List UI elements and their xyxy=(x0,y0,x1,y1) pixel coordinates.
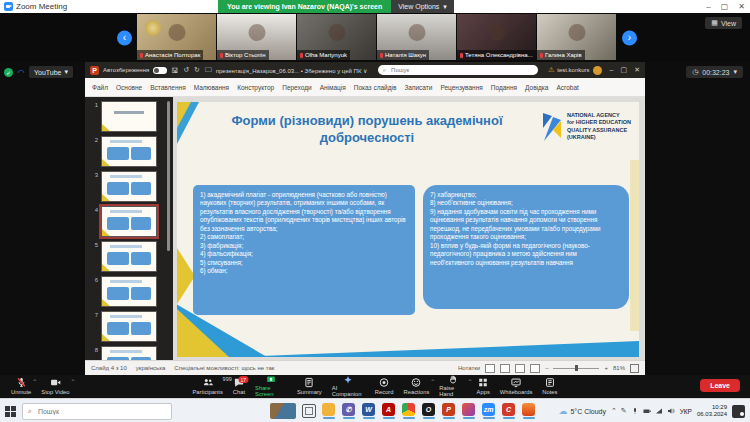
taskbar-app-icon[interactable] xyxy=(322,403,335,419)
notification-center-icon[interactable] xyxy=(732,405,745,418)
taskbar-app-icon[interactable]: ✆ xyxy=(342,403,355,419)
participant-tile[interactable]: Анастасія Полторак xyxy=(137,14,216,60)
slide-thumbnail[interactable]: 1 xyxy=(90,101,173,132)
taskbar-app-icon[interactable]: C xyxy=(502,403,515,419)
ppt-close-button[interactable]: ✕ xyxy=(634,66,640,74)
whiteboards-button[interactable]: Whiteboards xyxy=(495,375,538,398)
weather-widget[interactable]: ☁5°C Cloudy xyxy=(558,407,605,416)
taskbar-app-icon[interactable]: W xyxy=(362,403,375,419)
notes-button[interactable]: Notes xyxy=(537,375,562,398)
leave-button[interactable]: Leave xyxy=(700,379,740,392)
slide-counter[interactable]: Слайд 4 з 10 xyxy=(91,365,127,371)
language-indicator[interactable]: українська xyxy=(136,365,166,371)
participant-tile[interactable]: Olha Martynyuk xyxy=(297,14,376,60)
record-button[interactable]: Record xyxy=(370,375,399,398)
ribbon-tab[interactable]: Основне xyxy=(116,84,142,91)
participant-tile[interactable]: Віктор Стьопін xyxy=(217,14,296,60)
slide-title[interactable]: Форми (різновиди) порушень академічної д… xyxy=(217,113,517,147)
slide-thumbnail[interactable]: 4 xyxy=(90,206,173,237)
news-widget-thumbnail[interactable] xyxy=(270,403,296,419)
redo-icon[interactable]: ↻ xyxy=(194,66,200,74)
ribbon-tab[interactable]: Записати xyxy=(404,84,432,91)
slide-textbox-left[interactable]: 1) академічний плагіат - оприлюднення (ч… xyxy=(193,185,415,315)
ppt-maximize-button[interactable]: ▢ xyxy=(621,66,628,74)
slide-thumbnail[interactable]: 3 xyxy=(90,171,173,202)
slide-thumbnail[interactable]: 8 xyxy=(90,346,173,360)
participant-tile[interactable]: Наталія Шакун xyxy=(377,14,456,60)
ribbon-tab[interactable]: Анімація xyxy=(320,84,346,91)
ribbon-tab[interactable]: Довідка xyxy=(525,84,548,91)
slide-sorter-icon[interactable] xyxy=(500,364,510,373)
slideshow-icon[interactable] xyxy=(530,364,540,373)
taskbar-app-icon[interactable]: O xyxy=(422,403,435,419)
apps-button[interactable]: Apps xyxy=(472,375,495,398)
meeting-timer[interactable]: ◷ 00:32:23 ▾ xyxy=(686,66,743,78)
slide-thumbnail[interactable]: 5 xyxy=(90,241,173,272)
chevron-up-icon[interactable]: ⌃ xyxy=(71,379,76,385)
ppt-minimize-button[interactable]: – xyxy=(610,66,614,74)
livestream-service-button[interactable]: YouTube▾ xyxy=(29,66,73,78)
accessibility-status[interactable]: Спеціальні можливості: щось не так xyxy=(174,365,274,371)
taskbar-app-icon[interactable] xyxy=(462,403,475,419)
system-tray[interactable]: ⌃ ✎ xyxy=(611,407,675,415)
ribbon-tab[interactable]: Конструктор xyxy=(237,84,274,91)
participants-button[interactable]: Participants 999 xyxy=(188,375,228,398)
fit-to-window-icon[interactable] xyxy=(630,364,639,373)
previous-participants-button[interactable]: ‹ xyxy=(117,30,132,45)
taskbar-app-icon[interactable]: A xyxy=(382,403,395,419)
slide-textbox-right[interactable]: 7) хабарництво; 8) необ'єктивне оцінюван… xyxy=(423,185,629,309)
chat-button[interactable]: Chat 17 xyxy=(228,375,250,398)
summary-button[interactable]: Summary xyxy=(292,375,327,398)
taskbar-app-icon[interactable]: zm xyxy=(482,403,495,419)
unmute-button[interactable]: Unmute⌃ xyxy=(6,375,36,398)
ribbon-tab[interactable]: Переходи xyxy=(282,84,311,91)
thumbnail-scrollbar[interactable] xyxy=(167,101,170,251)
reading-view-icon[interactable] xyxy=(515,364,525,373)
ai-companion-button[interactable]: AI Companion xyxy=(327,375,370,398)
raise-hand-button[interactable]: Raise Hand⌃ xyxy=(434,375,471,398)
undo-icon[interactable]: ↺ xyxy=(183,66,189,74)
reactions-button[interactable]: Reactions⌃ xyxy=(399,375,435,398)
notes-toggle[interactable]: Нотатки xyxy=(458,365,480,371)
start-button[interactable] xyxy=(5,406,16,417)
minimize-button[interactable]: – xyxy=(706,2,710,11)
taskbar-clock[interactable]: 10:29 06.03.2024 xyxy=(697,404,727,419)
document-title[interactable]: презентація_Назаров_06.03... • Збережено… xyxy=(216,67,368,74)
zoom-out-button[interactable]: – xyxy=(545,365,548,371)
close-button[interactable]: ✕ xyxy=(738,2,745,11)
zoom-in-button[interactable]: + xyxy=(604,365,608,371)
next-participants-button[interactable]: › xyxy=(622,30,637,45)
zoom-level[interactable]: 81% xyxy=(613,365,625,371)
zoom-slider[interactable] xyxy=(553,368,599,369)
ribbon-tab[interactable]: Файл xyxy=(92,84,108,91)
hidden-icons-chevron[interactable]: ⌃ xyxy=(611,407,617,415)
ribbon-tab[interactable]: Показ слайдів xyxy=(354,84,397,91)
slide-thumbnail[interactable]: 2 xyxy=(90,136,173,167)
slide-thumbnail[interactable]: 7 xyxy=(90,311,173,342)
maximize-button[interactable]: ▢ xyxy=(721,2,729,11)
taskbar-app-icon[interactable]: P xyxy=(442,403,455,419)
autosave-toggle[interactable] xyxy=(153,67,167,74)
ribbon-tab[interactable]: Малювання xyxy=(194,84,229,91)
stop-video-button[interactable]: Stop Video⌃ xyxy=(36,375,74,398)
powerpoint-search-box[interactable]: ⌕ xyxy=(378,65,538,75)
participant-tile[interactable]: Галина Харів xyxy=(537,14,616,60)
view-layout-button[interactable]: ▦View xyxy=(705,17,742,29)
search-input[interactable] xyxy=(389,66,533,74)
ribbon-tab[interactable]: Acrobat xyxy=(556,84,578,91)
taskbar-search-input[interactable] xyxy=(36,407,166,416)
slide-thumbnail[interactable]: 6 xyxy=(90,276,173,307)
participant-tile[interactable]: Тетяна Олександрівна... xyxy=(457,14,536,60)
taskbar-app-icon[interactable] xyxy=(402,403,415,419)
save-icon[interactable]: 🖫 xyxy=(171,67,178,74)
view-options-button[interactable]: View Options▾ xyxy=(391,0,454,13)
language-switcher[interactable]: УКР xyxy=(680,408,692,415)
ribbon-tab[interactable]: Подання xyxy=(491,84,517,91)
taskbar-app-icon[interactable] xyxy=(522,403,535,419)
account-chip[interactable]: ⚠ test.konkurs xyxy=(548,66,602,75)
taskbar-search[interactable]: ⌕ xyxy=(22,403,172,420)
ribbon-tab[interactable]: Вставлення xyxy=(150,84,186,91)
share-screen-button[interactable]: Share Screen xyxy=(250,375,292,398)
normal-view-icon[interactable] xyxy=(485,364,495,373)
task-view-icon[interactable] xyxy=(302,404,316,418)
